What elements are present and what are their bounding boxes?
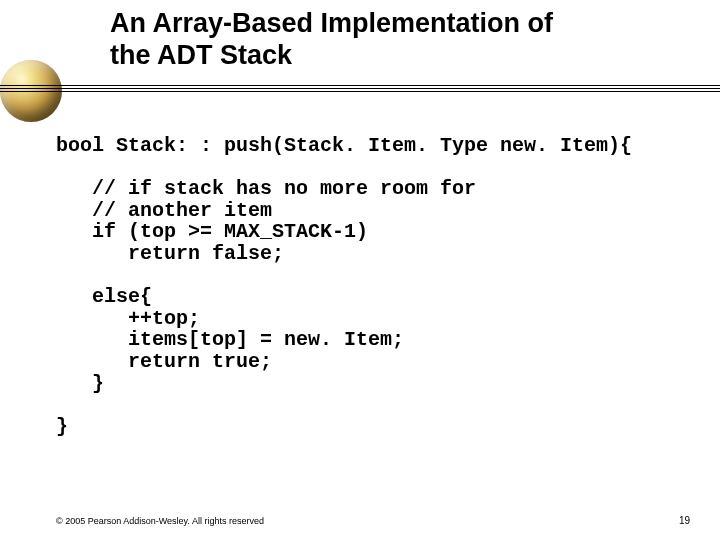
code-block: bool Stack: : push(Stack. Item. Type new…: [56, 135, 686, 437]
code-line: }: [56, 415, 68, 438]
code-line: if (top >= MAX_STACK-1): [56, 220, 368, 243]
title-line-2: the ADT Stack: [110, 40, 292, 70]
copyright-footer: © 2005 Pearson Addison-Wesley. All right…: [56, 516, 264, 526]
code-line: else{: [56, 285, 152, 308]
slide-title: An Array-Based Implementation of the ADT…: [110, 8, 690, 72]
code-line: // if stack has no more room for: [56, 177, 476, 200]
code-line: }: [56, 372, 104, 395]
code-line: ++top;: [56, 307, 200, 330]
code-line: items[top] = new. Item;: [56, 328, 404, 351]
slide-number: 19: [679, 515, 690, 526]
code-line: // another item: [56, 199, 272, 222]
slide: An Array-Based Implementation of the ADT…: [0, 0, 720, 540]
divider-lines: [0, 85, 720, 94]
code-line: return false;: [56, 242, 284, 265]
title-line-1: An Array-Based Implementation of: [110, 8, 553, 38]
code-line: bool Stack: : push(Stack. Item. Type new…: [56, 134, 632, 157]
code-line: return true;: [56, 350, 272, 373]
